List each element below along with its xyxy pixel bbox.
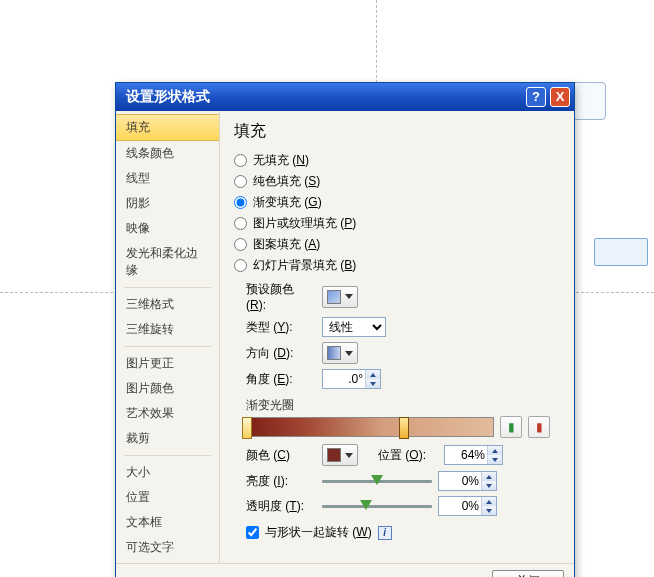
fill-option-radio[interactable] xyxy=(234,175,247,188)
preset-color-button[interactable] xyxy=(322,286,358,308)
position-spinner[interactable] xyxy=(444,445,503,465)
sidebar-item[interactable]: 大小 xyxy=(116,460,219,485)
canvas-shape xyxy=(594,238,648,266)
fill-type-radios: 无填充 (N)纯色填充 (S)渐变填充 (G)图片或纹理填充 (P)图案填充 (… xyxy=(234,150,562,276)
fill-option[interactable]: 纯色填充 (S) xyxy=(234,171,562,192)
remove-stop-button[interactable]: ▮ xyxy=(528,416,550,438)
position-label: 位置 (O): xyxy=(378,447,438,464)
fill-option-radio[interactable] xyxy=(234,238,247,251)
sidebar-separator xyxy=(124,455,211,456)
transparency-input[interactable] xyxy=(439,497,481,515)
angle-input[interactable] xyxy=(323,370,365,388)
rotate-with-shape-checkbox[interactable] xyxy=(246,526,259,539)
rotate-with-shape-label[interactable]: 与形状一起旋转 (W) xyxy=(265,524,372,541)
brightness-input[interactable] xyxy=(439,472,481,490)
spin-up[interactable] xyxy=(366,370,380,379)
sidebar-item[interactable]: 三维格式 xyxy=(116,292,219,317)
chevron-down-icon xyxy=(345,294,353,299)
close-button[interactable]: 关闭 xyxy=(492,570,564,577)
transparency-spinner[interactable] xyxy=(438,496,497,516)
sidebar-separator xyxy=(124,287,211,288)
format-shape-dialog: 设置形状格式 ? X 填充线条颜色线型阴影映像发光和柔化边缘三维格式三维旋转图片… xyxy=(115,82,575,577)
dialog-footer: 关闭 xyxy=(116,563,574,577)
transparency-slider[interactable] xyxy=(322,498,432,514)
type-label: 类型 (Y): xyxy=(234,319,316,336)
direction-button[interactable] xyxy=(322,342,358,364)
direction-label: 方向 (D): xyxy=(234,345,316,362)
sidebar-item[interactable]: 图片颜色 xyxy=(116,376,219,401)
sidebar-item[interactable]: 映像 xyxy=(116,216,219,241)
fill-option[interactable]: 渐变填充 (G) xyxy=(234,192,562,213)
sidebar-separator xyxy=(124,346,211,347)
fill-option[interactable]: 幻灯片背景填充 (B) xyxy=(234,255,562,276)
fill-option[interactable]: 图片或纹理填充 (P) xyxy=(234,213,562,234)
fill-option-radio[interactable] xyxy=(234,154,247,167)
sidebar-item[interactable]: 阴影 xyxy=(116,191,219,216)
chevron-down-icon xyxy=(345,453,353,458)
sidebar-item[interactable]: 裁剪 xyxy=(116,426,219,451)
sidebar-item[interactable]: 三维旋转 xyxy=(116,317,219,342)
category-sidebar: 填充线条颜色线型阴影映像发光和柔化边缘三维格式三维旋转图片更正图片颜色艺术效果裁… xyxy=(116,111,220,563)
sidebar-item[interactable]: 线型 xyxy=(116,166,219,191)
position-input[interactable] xyxy=(445,446,487,464)
color-label: 颜色 (C) xyxy=(234,447,316,464)
brightness-slider[interactable] xyxy=(322,473,432,489)
sidebar-item[interactable]: 填充 xyxy=(116,114,219,141)
brightness-label: 亮度 (I): xyxy=(234,473,316,490)
sidebar-item[interactable]: 艺术效果 xyxy=(116,401,219,426)
close-icon[interactable]: X xyxy=(550,87,570,107)
gradient-stop[interactable] xyxy=(399,417,409,439)
angle-spinner[interactable] xyxy=(322,369,381,389)
chevron-down-icon xyxy=(345,351,353,356)
fill-option-radio[interactable] xyxy=(234,217,247,230)
panel-heading: 填充 xyxy=(234,121,562,142)
dialog-title: 设置形状格式 xyxy=(126,88,210,106)
sidebar-item[interactable]: 文本框 xyxy=(116,510,219,535)
brightness-spinner[interactable] xyxy=(438,471,497,491)
info-icon[interactable]: i xyxy=(378,526,392,540)
fill-panel: 填充 无填充 (N)纯色填充 (S)渐变填充 (G)图片或纹理填充 (P)图案填… xyxy=(220,111,574,563)
stops-title: 渐变光圈 xyxy=(246,397,562,414)
transparency-label: 透明度 (T): xyxy=(234,498,316,515)
add-stop-button[interactable]: ▮ xyxy=(500,416,522,438)
angle-label: 角度 (E): xyxy=(234,371,316,388)
fill-option[interactable]: 图案填充 (A) xyxy=(234,234,562,255)
sidebar-item[interactable]: 可选文字 xyxy=(116,535,219,560)
fill-option-radio[interactable] xyxy=(234,196,247,209)
canvas-shape-2 xyxy=(572,82,606,120)
stop-color-button[interactable] xyxy=(322,444,358,466)
sidebar-item[interactable]: 位置 xyxy=(116,485,219,510)
sidebar-item[interactable]: 线条颜色 xyxy=(116,141,219,166)
spin-down[interactable] xyxy=(366,379,380,388)
sidebar-item[interactable]: 发光和柔化边缘 xyxy=(116,241,219,283)
fill-option[interactable]: 无填充 (N) xyxy=(234,150,562,171)
sidebar-item[interactable]: 图片更正 xyxy=(116,351,219,376)
gradient-stop[interactable] xyxy=(242,417,252,439)
help-button[interactable]: ? xyxy=(526,87,546,107)
fill-option-radio[interactable] xyxy=(234,259,247,272)
type-select[interactable]: 线性 xyxy=(322,317,386,337)
gradient-bar[interactable] xyxy=(246,417,494,437)
preset-label: 预设颜色 (R): xyxy=(234,281,316,312)
titlebar[interactable]: 设置形状格式 ? X xyxy=(116,83,574,111)
